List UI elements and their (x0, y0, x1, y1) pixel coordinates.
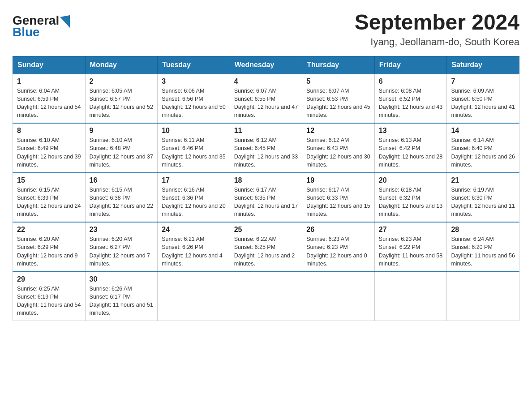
day-info: Sunrise: 6:26 AMSunset: 6:17 PMDaylight:… (90, 285, 154, 317)
day-number: 29 (17, 275, 81, 283)
day-info: Sunrise: 6:15 AMSunset: 6:38 PMDaylight:… (90, 186, 154, 218)
day-info: Sunrise: 6:08 AMSunset: 6:52 PMDaylight:… (379, 87, 443, 120)
calendar-cell: 19Sunrise: 6:17 AMSunset: 6:33 PMDayligh… (302, 173, 375, 223)
calendar-cell: 26Sunrise: 6:23 AMSunset: 6:23 PMDayligh… (302, 222, 375, 272)
calendar-week-row: 1Sunrise: 6:04 AMSunset: 6:59 PMDaylight… (13, 74, 519, 124)
calendar-cell: 11Sunrise: 6:12 AMSunset: 6:45 PMDayligh… (230, 123, 302, 173)
weekday-header-monday: Monday (85, 56, 158, 74)
calendar-week-row: 22Sunrise: 6:20 AMSunset: 6:29 PMDayligh… (13, 222, 519, 272)
day-number: 11 (234, 127, 298, 135)
day-info: Sunrise: 6:25 AMSunset: 6:19 PMDaylight:… (17, 285, 81, 317)
calendar-table: SundayMondayTuesdayWednesdayThursdayFrid… (13, 56, 519, 321)
day-number: 4 (234, 77, 298, 86)
day-info: Sunrise: 6:22 AMSunset: 6:25 PMDaylight:… (234, 235, 298, 268)
calendar-cell: 1Sunrise: 6:04 AMSunset: 6:59 PMDaylight… (13, 74, 86, 124)
day-number: 16 (90, 176, 154, 184)
day-number: 2 (90, 77, 154, 86)
day-number: 23 (90, 226, 154, 234)
day-number: 28 (451, 226, 515, 234)
day-info: Sunrise: 6:12 AMSunset: 6:45 PMDaylight:… (234, 136, 298, 169)
day-number: 24 (162, 226, 226, 234)
logo-triangle-icon (60, 15, 70, 28)
day-info: Sunrise: 6:05 AMSunset: 6:57 PMDaylight:… (90, 87, 154, 120)
day-info: Sunrise: 6:14 AMSunset: 6:40 PMDaylight:… (451, 136, 515, 169)
day-info: Sunrise: 6:04 AMSunset: 6:59 PMDaylight:… (17, 87, 81, 120)
day-info: Sunrise: 6:10 AMSunset: 6:48 PMDaylight:… (90, 136, 154, 169)
day-number: 26 (306, 226, 370, 234)
day-info: Sunrise: 6:21 AMSunset: 6:26 PMDaylight:… (162, 235, 226, 268)
day-number: 19 (306, 176, 370, 184)
day-info: Sunrise: 6:13 AMSunset: 6:42 PMDaylight:… (379, 136, 443, 169)
calendar-cell: 7Sunrise: 6:09 AMSunset: 6:50 PMDaylight… (447, 74, 519, 124)
calendar-cell: 20Sunrise: 6:18 AMSunset: 6:32 PMDayligh… (374, 173, 447, 223)
weekday-header-friday: Friday (374, 56, 447, 74)
day-info: Sunrise: 6:10 AMSunset: 6:49 PMDaylight:… (17, 136, 81, 169)
calendar-cell: 8Sunrise: 6:10 AMSunset: 6:49 PMDaylight… (13, 123, 86, 173)
day-number: 6 (379, 77, 443, 86)
calendar-cell: 12Sunrise: 6:12 AMSunset: 6:43 PMDayligh… (302, 123, 375, 173)
calendar-cell: 22Sunrise: 6:20 AMSunset: 6:29 PMDayligh… (13, 222, 86, 272)
day-number: 15 (17, 176, 81, 184)
calendar-cell (447, 272, 519, 321)
calendar-cell: 30Sunrise: 6:26 AMSunset: 6:17 PMDayligh… (85, 272, 158, 321)
calendar-cell (230, 272, 302, 321)
day-info: Sunrise: 6:18 AMSunset: 6:32 PMDaylight:… (379, 186, 443, 218)
day-info: Sunrise: 6:09 AMSunset: 6:50 PMDaylight:… (451, 87, 515, 120)
day-info: Sunrise: 6:17 AMSunset: 6:35 PMDaylight:… (234, 186, 298, 218)
calendar-cell (158, 272, 230, 321)
day-number: 21 (451, 176, 515, 184)
day-number: 5 (306, 77, 370, 86)
calendar-cell: 28Sunrise: 6:24 AMSunset: 6:20 PMDayligh… (447, 222, 519, 272)
calendar-cell (302, 272, 375, 321)
day-info: Sunrise: 6:11 AMSunset: 6:46 PMDaylight:… (162, 136, 226, 169)
day-info: Sunrise: 6:23 AMSunset: 6:23 PMDaylight:… (306, 235, 370, 268)
calendar-cell: 9Sunrise: 6:10 AMSunset: 6:48 PMDaylight… (85, 123, 158, 173)
calendar-cell: 2Sunrise: 6:05 AMSunset: 6:57 PMDaylight… (85, 74, 158, 124)
calendar-cell: 4Sunrise: 6:07 AMSunset: 6:55 PMDaylight… (230, 74, 302, 124)
weekday-header-saturday: Saturday (447, 56, 519, 74)
day-number: 20 (379, 176, 443, 184)
calendar-cell: 17Sunrise: 6:16 AMSunset: 6:36 PMDayligh… (158, 173, 230, 223)
calendar-cell: 27Sunrise: 6:23 AMSunset: 6:22 PMDayligh… (374, 222, 447, 272)
calendar-cell: 24Sunrise: 6:21 AMSunset: 6:26 PMDayligh… (158, 222, 230, 272)
day-number: 8 (17, 127, 81, 135)
weekday-header-tuesday: Tuesday (158, 56, 230, 74)
page-subtitle: Iyang, Jeollanam-do, South Korea (355, 36, 519, 48)
day-number: 12 (306, 127, 370, 135)
calendar-cell: 14Sunrise: 6:14 AMSunset: 6:40 PMDayligh… (447, 123, 519, 173)
calendar-cell: 15Sunrise: 6:15 AMSunset: 6:39 PMDayligh… (13, 173, 86, 223)
title-area: September 2024 Iyang, Jeollanam-do, Sout… (355, 11, 519, 48)
day-number: 3 (162, 77, 226, 86)
calendar-week-row: 8Sunrise: 6:10 AMSunset: 6:49 PMDaylight… (13, 123, 519, 173)
day-number: 18 (234, 176, 298, 184)
weekday-header-wednesday: Wednesday (230, 56, 302, 74)
calendar-cell (374, 272, 447, 321)
calendar-cell: 10Sunrise: 6:11 AMSunset: 6:46 PMDayligh… (158, 123, 230, 173)
calendar-cell: 5Sunrise: 6:07 AMSunset: 6:53 PMDaylight… (302, 74, 375, 124)
calendar-cell: 6Sunrise: 6:08 AMSunset: 6:52 PMDaylight… (374, 74, 447, 124)
calendar-cell: 21Sunrise: 6:19 AMSunset: 6:30 PMDayligh… (447, 173, 519, 223)
day-info: Sunrise: 6:19 AMSunset: 6:30 PMDaylight:… (451, 186, 515, 218)
weekday-header-thursday: Thursday (302, 56, 375, 74)
page-title: September 2024 (355, 11, 519, 34)
svg-marker-0 (60, 15, 70, 28)
day-info: Sunrise: 6:07 AMSunset: 6:55 PMDaylight:… (234, 87, 298, 120)
weekday-header-sunday: Sunday (13, 56, 86, 74)
day-number: 30 (90, 275, 154, 283)
calendar-week-row: 29Sunrise: 6:25 AMSunset: 6:19 PMDayligh… (13, 272, 519, 321)
day-number: 13 (379, 127, 443, 135)
day-info: Sunrise: 6:12 AMSunset: 6:43 PMDaylight:… (306, 136, 370, 169)
day-number: 10 (162, 127, 226, 135)
day-info: Sunrise: 6:17 AMSunset: 6:33 PMDaylight:… (306, 186, 370, 218)
day-info: Sunrise: 6:20 AMSunset: 6:27 PMDaylight:… (90, 235, 154, 268)
calendar-cell: 3Sunrise: 6:06 AMSunset: 6:56 PMDaylight… (158, 74, 230, 124)
calendar-header-row: SundayMondayTuesdayWednesdayThursdayFrid… (13, 56, 519, 74)
calendar-cell: 16Sunrise: 6:15 AMSunset: 6:38 PMDayligh… (85, 173, 158, 223)
day-number: 7 (451, 77, 515, 86)
day-number: 1 (17, 77, 81, 86)
day-info: Sunrise: 6:20 AMSunset: 6:29 PMDaylight:… (17, 235, 81, 268)
page-header: General Blue September 2024 Iyang, Jeoll… (13, 11, 519, 48)
day-info: Sunrise: 6:23 AMSunset: 6:22 PMDaylight:… (379, 235, 443, 268)
day-info: Sunrise: 6:24 AMSunset: 6:20 PMDaylight:… (451, 235, 515, 268)
day-info: Sunrise: 6:07 AMSunset: 6:53 PMDaylight:… (306, 87, 370, 120)
